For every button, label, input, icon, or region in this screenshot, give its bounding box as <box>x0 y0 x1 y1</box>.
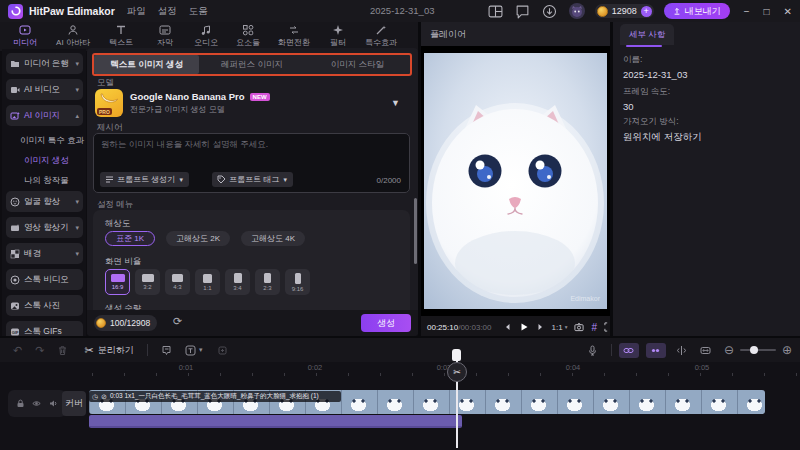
video-clip[interactable]: ◷ ⊘ 0:03 1x1_一只白色长毛_毛茸茸_蓝色大眼睛_粉鼻子的大脸猫_求抱… <box>89 390 765 414</box>
menu-file[interactable]: 파일 <box>127 5 146 18</box>
sidebar-item-stock-photo[interactable]: 스톡 사진 <box>6 295 83 316</box>
track-controls <box>8 390 66 417</box>
tab-filter[interactable]: 필터 <box>326 24 350 48</box>
menu-help[interactable]: 도움 <box>189 5 208 18</box>
tab-elements[interactable]: 요소들 <box>234 24 262 48</box>
split-view-icon[interactable] <box>676 345 687 356</box>
feedback-icon[interactable] <box>515 4 530 19</box>
coin-icon <box>597 6 608 17</box>
ratio-3-4[interactable]: 3:4 <box>225 269 250 295</box>
magnet-snap-icon[interactable] <box>646 343 666 358</box>
sidebar-subitem-image-effects[interactable]: 이미지 특수 효과 <box>2 131 86 151</box>
track-label[interactable]: 커버 <box>62 391 86 416</box>
timeline-ruler[interactable]: 0:01 0:02 0:03 0:04 0:05 <box>88 362 800 376</box>
resolution-1k[interactable]: 표준 1K <box>105 231 155 246</box>
image-watermark: Edimakor <box>570 295 600 302</box>
prompt-tag-button[interactable]: 프롬프트 태그 ▼ <box>212 172 293 187</box>
sidebar-item-media-bank[interactable]: 미디어 은행▾ <box>6 53 83 74</box>
clip-sub-track[interactable] <box>89 415 462 428</box>
resolution-4k[interactable]: 고해상도 4K <box>241 231 305 246</box>
text-tool-caret[interactable]: ▼ <box>198 347 204 353</box>
playhead-scissors-icon[interactable]: ✂ <box>447 362 467 382</box>
tab-text[interactable]: 텍스트 <box>104 24 138 48</box>
timeline-zoom-slider[interactable] <box>740 349 776 351</box>
prev-frame-icon[interactable] <box>502 322 512 332</box>
export-button[interactable]: 내보내기 <box>664 3 730 19</box>
lock-icon[interactable] <box>16 399 25 408</box>
details-tab[interactable]: 세부 사항 <box>620 24 674 45</box>
sidebar-item-video-enhance[interactable]: 영상 향상기▾ <box>6 217 83 238</box>
tab-media[interactable]: 미디어 <box>8 24 42 48</box>
sidebar-subitem-my-creations[interactable]: 나의 창작물 <box>2 171 86 191</box>
model-dropdown-caret[interactable]: ▼ <box>391 98 400 108</box>
snapshot-icon[interactable] <box>574 322 584 332</box>
avatar[interactable] <box>569 3 585 19</box>
tab-subtitle[interactable]: 자막 <box>152 24 178 48</box>
tab-reference-image[interactable]: 레퍼런스 이미지 <box>199 55 304 74</box>
ratio-4-3[interactable]: 4:3 <box>165 269 190 295</box>
play-icon[interactable] <box>519 322 529 332</box>
sidebar-item-face-enhance[interactable]: 얼굴 향상▾ <box>6 191 83 212</box>
sidebar-subitem-image-generation[interactable]: 이미지 생성 <box>2 151 86 171</box>
fps-label: 프레임 속도: <box>623 86 670 98</box>
scissors-icon: ✂ <box>84 344 93 357</box>
delete-icon[interactable] <box>57 345 68 356</box>
download-icon[interactable] <box>542 4 557 19</box>
zoom-slider-knob[interactable] <box>750 346 758 354</box>
undo-icon[interactable]: ↶ <box>13 345 22 356</box>
clip-loop-icon: ◷ <box>92 393 98 401</box>
model-selector[interactable]: PRO Google Nano Banana Pro NEW 전문가급 이미지 … <box>95 87 408 119</box>
ratio-1-1[interactable]: 1:1 <box>195 269 220 295</box>
next-frame-icon[interactable] <box>536 322 546 332</box>
zoom-in-icon[interactable]: ⊕ <box>782 344 792 356</box>
coin-balance[interactable]: 12908 + <box>595 4 654 18</box>
visibility-icon[interactable] <box>32 399 41 408</box>
close-button[interactable]: ✕ <box>784 6 792 17</box>
minimize-button[interactable]: − <box>744 6 750 17</box>
tab-effects[interactable]: 특수효과 <box>364 24 398 48</box>
ruler-tick: 0:04 <box>566 363 581 372</box>
maximize-button[interactable]: □ <box>764 6 770 17</box>
audio-icon <box>200 24 212 36</box>
add-coins-icon[interactable]: + <box>641 6 652 17</box>
tab-transition[interactable]: 화면전환 <box>276 24 312 48</box>
tab-ai-avatar[interactable]: AI 아바타 <box>56 24 90 48</box>
clip-title: 0:03 1x1_一只白色长毛_毛茸茸_蓝色大眼睛_粉鼻子的大脸猫_求抱抱 (1… <box>110 392 319 401</box>
ratio-16-9[interactable]: 16:9 <box>105 269 130 295</box>
panel-scrollbar[interactable] <box>414 198 417 264</box>
resolution-2k[interactable]: 고해상도 2K <box>166 231 230 246</box>
text-tool-icon[interactable] <box>185 345 196 356</box>
prompt-generator-button[interactable]: 프롬프트 생성기 ▼ <box>100 172 189 187</box>
generate-button[interactable]: 생성 <box>361 314 411 332</box>
fit-timeline-icon[interactable] <box>700 345 711 356</box>
mute-icon[interactable] <box>49 399 58 408</box>
split-button[interactable]: ✂ 분리하기 <box>84 344 133 357</box>
redo-icon[interactable]: ↷ <box>35 345 44 356</box>
sidebar-item-ai-image[interactable]: AI 이미지▴ <box>6 105 83 126</box>
sidebar-item-ai-video[interactable]: AI 비디오▾ <box>6 79 83 100</box>
cost-indicator: 100/12908 <box>94 315 157 331</box>
tab-text-to-image[interactable]: 텍스트 이미지 생성 <box>94 55 199 74</box>
zoom-caret-icon[interactable]: ▾ <box>565 324 568 330</box>
sidebar-item-stock-video[interactable]: 스톡 비디오 <box>6 269 83 290</box>
layout-icon[interactable] <box>488 4 503 19</box>
sidebar-item-background[interactable]: 배경▾ <box>6 243 83 264</box>
safe-grid-icon[interactable]: # <box>591 322 597 333</box>
tab-image-style[interactable]: 이미지 스타일 <box>305 55 410 74</box>
marker-icon[interactable] <box>161 345 172 356</box>
zoom-out-icon[interactable]: ⊖ <box>724 344 734 356</box>
playhead-pin[interactable] <box>452 349 461 361</box>
prompt-input[interactable]: 원하는 이미지 내용을 자세히 설명해 주세요. 프롬프트 생성기 ▼ 프롬프트… <box>93 133 410 193</box>
crop-icon[interactable] <box>217 345 228 356</box>
ratio-2-3[interactable]: 2:3 <box>255 269 280 295</box>
ratio-9-16[interactable]: 9:16 <box>285 269 310 295</box>
voiceover-mic-icon[interactable] <box>587 345 598 356</box>
tab-audio[interactable]: 오디오 <box>192 24 220 48</box>
refresh-icon[interactable]: ⟳ <box>173 315 182 328</box>
player-panel: 플레이어 <box>421 22 610 338</box>
menu-settings[interactable]: 설정 <box>158 5 177 18</box>
link-clips-icon[interactable] <box>619 343 639 358</box>
zoom-level[interactable]: 1:1 <box>552 323 563 332</box>
cost-value: 100/12908 <box>110 318 150 328</box>
ratio-3-2[interactable]: 3:2 <box>135 269 160 295</box>
